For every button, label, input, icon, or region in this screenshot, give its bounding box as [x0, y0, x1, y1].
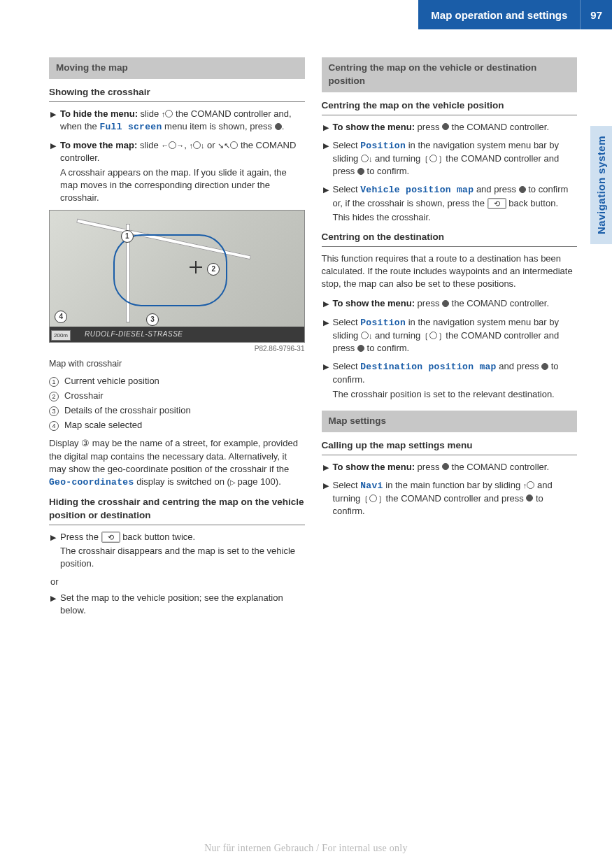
page-header: Map operation and settings 97	[0, 0, 612, 29]
turn-left-icon: ❲	[363, 495, 369, 503]
step-select-position: ▶ Select Position in the navigation syst…	[322, 139, 578, 178]
controller-icon	[527, 481, 534, 489]
press-icon	[526, 495, 533, 501]
step-body: To show the menu: press the COMAND contr…	[333, 297, 578, 310]
legend-number: 3	[49, 406, 59, 416]
step-follow-text: This hides the crosshair.	[333, 211, 578, 224]
step-select-navi: ▶ Select Navi in the main function bar b…	[322, 479, 578, 518]
step-label: To show the menu:	[333, 298, 415, 308]
press-icon	[357, 345, 364, 352]
triangle-bullet-icon: ▶	[323, 360, 329, 401]
turn-right-icon: ❳	[377, 495, 383, 503]
step-body: To show the menu: press the COMAND contr…	[333, 121, 578, 134]
or-separator: or	[50, 576, 305, 588]
figure-caption: Map with crosshair	[49, 358, 305, 371]
menu-position: Position	[360, 318, 406, 328]
legend-item: 2Crosshair	[49, 390, 305, 402]
destination-paragraph: This function requires that a route to a…	[322, 252, 578, 291]
slide-left-icon: ←	[161, 142, 169, 150]
menu-position: Position	[360, 141, 406, 151]
triangle-bullet-icon: ▶	[50, 592, 56, 617]
step-follow-text: A crosshair appears on the map. If you s…	[60, 166, 305, 205]
press-icon	[275, 123, 282, 130]
controller-icon	[193, 141, 201, 149]
step-body: Press the ⟲ back button twice. The cross…	[60, 531, 305, 571]
triangle-bullet-icon: ▶	[323, 139, 329, 178]
controller-icon	[361, 332, 369, 339]
press-icon	[442, 463, 449, 470]
step-set-vehicle-position: ▶ Set the map to the vehicle position; s…	[49, 592, 305, 617]
step-hide-menu: ▶ To hide the menu: slide ↑ the COMAND c…	[49, 108, 305, 134]
step-move-map: ▶ To move the map: slide ←→, ↑↓ or ↘↖ th…	[49, 139, 305, 204]
map-screenshot: 1 2 3 4 200m RUDOLF-DIESEL-STRASSE	[49, 210, 305, 343]
legend-text: Crosshair	[64, 390, 104, 402]
turn-left-icon: ❲	[423, 332, 429, 340]
map-callout-1: 1	[121, 230, 134, 243]
step-body: Select Position in the navigation system…	[333, 316, 578, 355]
legend-number: 1	[49, 377, 59, 387]
step-label: To show the menu:	[333, 462, 415, 472]
step-select-destination-position-map: ▶ Select Destination position map and pr…	[322, 360, 578, 401]
subheading-calling-map-settings: Calling up the map settings menu	[322, 439, 578, 455]
step-body: To show the menu: press the COMAND contr…	[333, 461, 578, 474]
legend-text: Details of the crosshair position	[64, 404, 191, 417]
watermark-internal-use: Nur für internen Gebrauch / For internal…	[0, 841, 612, 855]
step-body: Select Navi in the main function bar by …	[333, 479, 578, 518]
map-scale-label: 200m	[51, 330, 71, 341]
subheading-centring-vehicle: Centring the map on the vehicle position	[322, 99, 578, 115]
menu-navi: Navi	[360, 481, 383, 491]
legend-item: 1Current vehicle position	[49, 375, 305, 387]
controller-icon	[429, 155, 437, 162]
legend-number: 2	[49, 392, 59, 401]
legend-item: 4Map scale selected	[49, 419, 305, 432]
press-icon	[541, 363, 548, 370]
triangle-bullet-icon: ▶	[50, 108, 56, 134]
menu-full-screen: Full screen	[99, 122, 162, 132]
slide-right-icon: →	[176, 142, 184, 150]
slide-diag-icon: ↘↖	[218, 142, 230, 150]
subheading-centring-destination: Centring on the destination	[322, 231, 578, 247]
figure-reference: P82.86-9796-31	[49, 344, 305, 354]
section-map-settings: Map settings	[322, 411, 578, 432]
subheading-hiding-crosshair: Hiding the crosshair and centring the ma…	[49, 496, 305, 525]
step-select-vehicle-position-map: ▶ Select Vehicle position map and press …	[322, 183, 578, 224]
step-press-back: ▶ Press the ⟲ back button twice. The cro…	[49, 531, 305, 571]
header-title: Map operation and settings	[418, 0, 580, 29]
step-body: Select Position in the navigation system…	[333, 139, 578, 178]
turn-left-icon: ❲	[423, 155, 429, 163]
menu-geo-coordinates: Geo-coordinates	[49, 477, 134, 488]
display-paragraph: Display ③ may be the name of a street, f…	[49, 437, 305, 489]
step-body: To move the map: slide ←→, ↑↓ or ↘↖ the …	[60, 139, 305, 204]
map-street-label: RUDOLF-DIESEL-STRASSE	[50, 327, 304, 342]
side-tab-navigation-system: Navigation system	[590, 126, 612, 244]
triangle-bullet-icon: ▶	[323, 316, 329, 355]
press-icon	[442, 123, 449, 130]
back-button-icon: ⟲	[101, 532, 120, 543]
map-callout-3: 3	[146, 313, 159, 326]
legend-item: 3Details of the crosshair position	[49, 404, 305, 417]
turn-right-icon: ❳	[437, 155, 443, 163]
triangle-bullet-icon: ▶	[50, 531, 56, 571]
right-column: Centring the map on the vehicle or desti…	[322, 57, 578, 622]
step-follow-text: The crosshair disappears and the map is …	[60, 545, 305, 570]
legend-number: 4	[49, 421, 59, 431]
controller-icon	[169, 141, 176, 149]
step-select-position: ▶ Select Position in the navigation syst…	[322, 316, 578, 355]
triangle-bullet-icon: ▶	[50, 139, 56, 204]
figure-legend: 1Current vehicle position 2Crosshair 3De…	[49, 375, 305, 432]
triangle-bullet-icon: ▶	[323, 121, 329, 134]
press-icon	[442, 300, 449, 307]
controller-icon	[165, 110, 173, 118]
back-button-icon: ⟲	[488, 198, 506, 209]
subheading-showing-crosshair: Showing the crosshair	[49, 86, 305, 102]
header-page-number: 97	[580, 0, 612, 29]
section-centring-map: Centring the map on the vehicle or desti…	[322, 57, 578, 92]
controller-icon	[369, 495, 377, 502]
step-follow-text: The crosshair position is set to the rel…	[333, 388, 578, 401]
map-crosshair-icon	[190, 261, 202, 273]
legend-text: Current vehicle position	[64, 375, 159, 387]
triangle-bullet-icon: ▶	[323, 479, 329, 518]
step-show-menu: ▶ To show the menu: press the COMAND con…	[322, 121, 578, 134]
section-moving-the-map: Moving the map	[49, 57, 305, 79]
triangle-bullet-icon: ▶	[323, 297, 329, 310]
